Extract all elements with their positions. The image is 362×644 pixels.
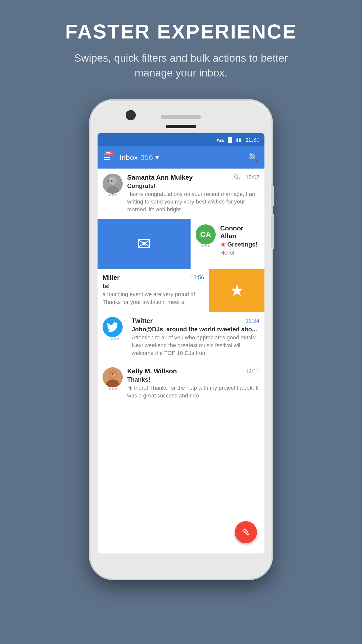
phone-screen: ▾▴▴ ▐▌ ▮▮ 12:30 ☰ 99+ Inbox 356 ▾ 🔍 xyxy=(98,133,264,553)
connor-text: Connor Allan ★ Greetings! Hello! xyxy=(220,224,259,257)
avatar-kelly xyxy=(103,367,123,387)
connor-preview: Hello! xyxy=(220,249,259,257)
avatar-kelly-wrapper xyxy=(103,367,123,387)
miller-preview: a touching event we are very proud d! Th… xyxy=(103,291,204,306)
battery-icon: ▮▮ xyxy=(236,137,241,143)
kelly-sender: Kelly M. Willson xyxy=(127,367,177,375)
avatar-twitter xyxy=(103,317,123,337)
avatar-connor: CA xyxy=(196,224,216,245)
search-icon[interactable]: 🔍 xyxy=(248,153,258,162)
menu-button-wrapper[interactable]: ☰ 99+ xyxy=(104,153,110,162)
miller-subject: ts! xyxy=(103,283,204,290)
avatar-connor-wrapper: CA xyxy=(196,224,216,245)
compose-fab-button[interactable]: ✎ xyxy=(235,521,257,543)
twitter-preview: Attention to all of you who appreciates … xyxy=(132,334,259,357)
twitter-time: 12:24 xyxy=(246,317,259,324)
kelly-time: 12:11 xyxy=(246,368,259,375)
miller-sender: Miller xyxy=(103,274,120,281)
compose-icon: ✎ xyxy=(242,527,250,538)
email-content-kelly: Kelly M. Willson 12:11 Thanks! Hi there!… xyxy=(127,367,259,400)
dropdown-icon[interactable]: ▾ xyxy=(155,153,159,162)
connor-sender: Connor Allan xyxy=(220,224,259,240)
email-item-twitter[interactable]: Twitter 12:24 John@DJs_around the world … xyxy=(98,312,264,362)
page-title: FASTER EXPERIENCE xyxy=(65,20,297,43)
phone-shell: ▾▴▴ ▐▌ ▮▮ 12:30 ☰ 99+ Inbox 356 ▾ 🔍 xyxy=(90,101,272,579)
swipe-mail-action: ✉ xyxy=(98,219,191,269)
email-list: Samanta Ann Mulkey 📎 15:07 Congrats! Hea… xyxy=(98,169,264,405)
avatar-samanta xyxy=(103,174,123,194)
email-sender: Samanta Ann Mulkey xyxy=(127,174,193,181)
star-action-icon: ★ xyxy=(230,281,244,300)
email-content-samanta: Samanta Ann Mulkey 📎 15:07 Congrats! Hea… xyxy=(127,174,259,214)
phone-speaker xyxy=(161,115,201,119)
email-item-samanta[interactable]: Samanta Ann Mulkey 📎 15:07 Congrats! Hea… xyxy=(98,169,264,219)
star-icon: ★ xyxy=(220,241,226,248)
status-time: 12:30 xyxy=(246,137,259,143)
mail-icon: ✉ xyxy=(137,234,151,254)
kelly-preview: Hi there! Thanks for the help with my pr… xyxy=(127,384,259,400)
connor-email-content: CA Connor Allan xyxy=(191,219,264,269)
swipe-right-bg: ★ xyxy=(209,269,264,312)
toolbar-title[interactable]: Inbox 356 ▾ xyxy=(119,153,243,162)
signal-icon: ▐▌ xyxy=(227,137,234,143)
email-subject: Congrats! xyxy=(127,182,259,189)
phone-volume-button xyxy=(271,214,274,249)
status-icons: ▾▴▴ ▐▌ ▮▮ xyxy=(216,137,241,143)
page-subtitle: Swipes, quick filters and bulk actions t… xyxy=(68,51,294,80)
phone-mockup: ▾▴▴ ▐▌ ▮▮ 12:30 ☰ 99+ Inbox 356 ▾ 🔍 xyxy=(90,101,272,579)
status-bar: ▾▴▴ ▐▌ ▮▮ 12:30 xyxy=(98,133,264,146)
email-item-miller[interactable]: ★ Miller 13:56 ts! a touching event we a… xyxy=(98,269,264,312)
email-preview: Hearty congratulations on your recent ma… xyxy=(127,190,259,214)
email-item-connor[interactable]: ✉ CA Connor A xyxy=(98,219,264,269)
notification-badge: 99+ xyxy=(105,151,113,155)
attachment-icon: 📎 xyxy=(233,174,240,181)
email-time: 15:07 xyxy=(246,174,259,181)
wifi-icon: ▾▴▴ xyxy=(216,137,224,143)
app-toolbar: ☰ 99+ Inbox 356 ▾ 🔍 xyxy=(98,146,264,169)
phone-camera xyxy=(126,110,136,120)
twitter-sender: Twitter xyxy=(132,317,153,325)
inbox-count: 356 xyxy=(140,153,153,162)
phone-power-button xyxy=(271,186,274,206)
email-item-kelly[interactable]: Kelly M. Willson 12:11 Thanks! Hi there!… xyxy=(98,362,264,405)
inbox-label: Inbox xyxy=(119,153,138,162)
phone-earpiece xyxy=(166,125,196,128)
email-content-twitter: Twitter 12:24 John@DJs_around the world … xyxy=(132,317,259,357)
kelly-subject: Thanks! xyxy=(127,376,259,383)
miller-time: 13:56 xyxy=(190,274,204,281)
avatar-twitter-wrapper xyxy=(103,317,127,337)
twitter-subject: John@DJs_around the world tweeted abo... xyxy=(132,326,259,333)
connor-subject: ★ Greetings! xyxy=(220,241,259,248)
